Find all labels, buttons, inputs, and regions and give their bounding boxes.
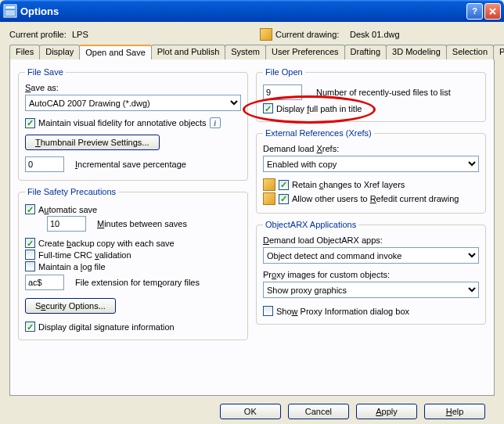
window-title: Options	[20, 5, 465, 17]
proxy-select[interactable]: Show proxy graphics	[263, 282, 479, 298]
demand-xrefs-label: Demand load Xrefs:	[263, 144, 479, 153]
demand-arx-label: Demand load ObjectARX apps:	[263, 235, 479, 245]
dwg-icon	[263, 178, 275, 191]
incremental-row: Incremental save percentage	[25, 156, 241, 172]
arx-legend: ObjectARX Applications	[263, 220, 358, 229]
crc-checkbox[interactable]	[25, 250, 35, 260]
tab-user-preferences[interactable]: User Preferences	[265, 45, 345, 59]
show-dialog-checkbox[interactable]	[263, 306, 273, 316]
logfile-label: Maintain a log file	[38, 262, 106, 271]
save-as-label: Save as:	[25, 83, 241, 92]
file-save-group: File Save Save as: AutoCAD 2007 Drawing …	[18, 67, 248, 181]
fidelity-label: Maintain visual fidelity for annotative …	[38, 118, 207, 128]
minutes-input[interactable]	[47, 216, 86, 232]
signature-row[interactable]: Display digital signature information	[25, 322, 241, 332]
signature-checkbox[interactable]	[25, 322, 35, 332]
close-button[interactable]	[484, 3, 501, 20]
save-as-select[interactable]: AutoCAD 2007 Drawing (*.dwg)	[25, 95, 241, 111]
tab-drafting[interactable]: Drafting	[344, 45, 387, 59]
tab-3d-modeling[interactable]: 3D Modeling	[386, 45, 447, 59]
cancel-button[interactable]: Cancel	[288, 404, 349, 419]
logfile-row[interactable]: Maintain a log file	[25, 261, 241, 271]
xrefs-group: External References (Xrefs) Demand load …	[256, 128, 486, 214]
retain-checkbox[interactable]	[279, 180, 289, 190]
dwg-icon	[260, 28, 272, 41]
ext-input[interactable]	[25, 275, 64, 290]
auto-save-label: Automatic save	[38, 205, 97, 214]
auto-save-row[interactable]: Automatic save	[25, 204, 241, 214]
fullpath-label: Display full path in title	[276, 104, 362, 113]
file-open-legend: File Open	[263, 67, 305, 77]
info-icon[interactable]: i	[210, 117, 221, 128]
allow-checkbox[interactable]	[279, 194, 289, 204]
backup-label: Create backup copy with each save	[38, 239, 175, 248]
fullpath-row[interactable]: Display full path in title	[263, 103, 479, 113]
current-profile-value: LPS	[72, 30, 229, 39]
recent-label: Number of recently-used files to list	[316, 88, 451, 97]
security-button[interactable]: Security Options...	[25, 298, 116, 314]
tab-selection[interactable]: Selection	[446, 45, 494, 59]
ext-row: File extension for temporary files	[25, 275, 241, 290]
incremental-input[interactable]	[25, 156, 64, 172]
apply-button[interactable]: Apply	[356, 404, 417, 419]
help-button-titlebar[interactable]: ?	[466, 3, 483, 20]
title-bar: Options ?	[0, 0, 504, 22]
fidelity-row[interactable]: Maintain visual fidelity for annotative …	[25, 117, 241, 128]
demand-xrefs-select[interactable]: Enabled with copy	[263, 156, 479, 172]
svg-rect-2	[5, 10, 15, 16]
backup-checkbox[interactable]	[25, 238, 35, 248]
ext-label: File extension for temporary files	[75, 278, 200, 287]
tab-overflow[interactable]: P	[493, 45, 504, 59]
file-safety-legend: File Safety Precautions	[25, 187, 118, 196]
arx-group: ObjectARX Applications Demand load Objec…	[256, 220, 486, 325]
incremental-label: Incremental save percentage	[75, 160, 186, 169]
dwg-icon	[263, 192, 275, 205]
crc-label: Full-time CRC validation	[38, 250, 131, 260]
retain-label: Retain changes to Xref layers	[292, 180, 405, 189]
tab-open-and-save[interactable]: Open and Save	[79, 45, 151, 59]
demand-arx-select[interactable]: Object detect and command invoke	[263, 247, 479, 264]
allow-row[interactable]: Allow other users to Refedit current dra…	[263, 192, 479, 205]
fullpath-checkbox[interactable]	[263, 103, 273, 113]
app-icon	[3, 4, 17, 18]
retain-row[interactable]: Retain changes to Xref layers	[263, 178, 479, 191]
current-drawing-value: Desk 01.dwg	[350, 30, 400, 39]
minutes-row: Minutes between saves	[47, 216, 241, 232]
ok-button[interactable]: OK	[220, 404, 281, 419]
fidelity-checkbox[interactable]	[25, 118, 35, 128]
crc-row[interactable]: Full-time CRC validation	[25, 250, 241, 260]
xrefs-legend: External References (Xrefs)	[263, 128, 374, 138]
tab-files[interactable]: Files	[9, 45, 40, 59]
backup-row[interactable]: Create backup copy with each save	[25, 238, 241, 248]
tab-display[interactable]: Display	[39, 45, 80, 59]
thumbnail-button[interactable]: Thumbnail Preview Settings...	[25, 135, 160, 150]
logfile-checkbox[interactable]	[25, 261, 35, 271]
recent-input[interactable]	[263, 84, 302, 100]
auto-save-checkbox[interactable]	[25, 204, 35, 214]
file-save-legend: File Save	[25, 67, 66, 77]
help-button[interactable]: Help	[424, 404, 485, 419]
allow-label: Allow other users to Refedit current dra…	[292, 194, 459, 203]
tab-plot-publish[interactable]: Plot and Publish	[151, 45, 226, 59]
minutes-label: Minutes between saves	[97, 219, 187, 228]
recent-row: Number of recently-used files to list	[263, 84, 479, 100]
current-drawing-label: Current drawing:	[275, 30, 350, 39]
tab-bar: Files Display Open and Save Plot and Pub…	[9, 44, 495, 59]
svg-text:?: ?	[472, 7, 477, 16]
show-dialog-row[interactable]: Show Proxy Information dialog box	[263, 306, 479, 316]
tab-system[interactable]: System	[225, 45, 266, 59]
proxy-label: Proxy images for custom objects:	[263, 270, 479, 279]
file-open-group: File Open Number of recently-used files …	[256, 67, 486, 122]
signature-label: Display digital signature information	[38, 322, 175, 332]
file-safety-group: File Safety Precautions Automatic save M…	[18, 187, 248, 340]
current-profile-label: Current profile:	[9, 30, 72, 39]
svg-rect-1	[5, 6, 15, 9]
show-dialog-label: Show Proxy Information dialog box	[276, 307, 409, 316]
